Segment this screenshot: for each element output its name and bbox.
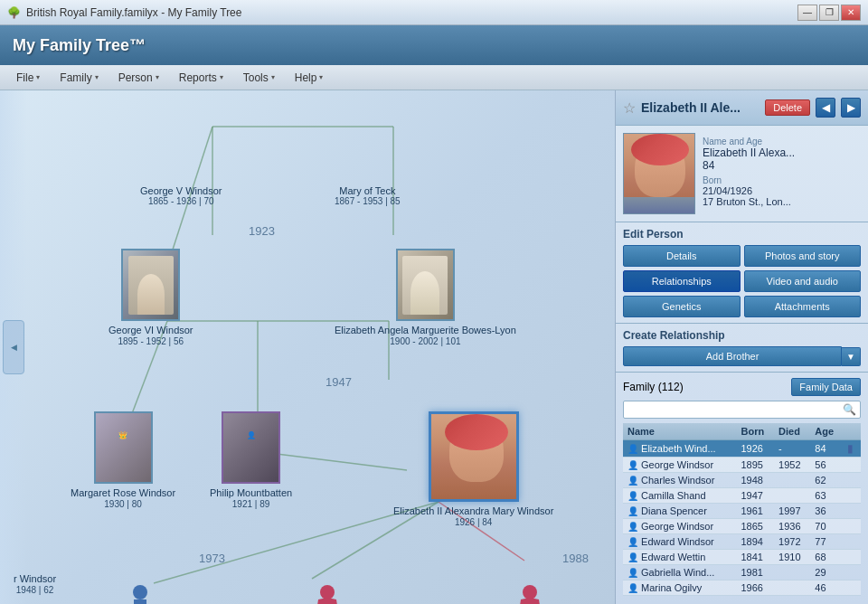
close-button[interactable]: ✕ (841, 5, 861, 21)
person-row-icon: 👤 (627, 552, 638, 562)
details-button[interactable]: Details (623, 245, 741, 267)
row-scroll-cell (843, 550, 861, 565)
edit-buttons-grid: Details Photos and story Relationships V… (623, 245, 861, 317)
row-age-cell: 70 (810, 519, 843, 534)
elizabeth-b-name: Elizabeth Angela Marguerite Bowes-Lyon (335, 324, 516, 336)
row-died-cell (774, 488, 810, 504)
person-row-icon: 👤 (627, 460, 638, 470)
photos-story-button[interactable]: Photos and story (744, 245, 862, 267)
table-row[interactable]: 👤 Diana Spencer 1961 1997 36 (623, 504, 861, 519)
search-icon: 🔍 (843, 403, 856, 416)
row-scroll-cell: ▮ (843, 440, 861, 458)
table-row[interactable]: 👤 Camilla Shand 1947 63 (623, 488, 861, 504)
col-name: Name (623, 423, 736, 440)
row-born-cell: 1981 (736, 565, 774, 580)
table-row[interactable]: 👤 Elizabeth Wind... 1926 - 84 ▮ (623, 440, 861, 458)
nav-next-button[interactable]: ▶ (841, 98, 861, 118)
panel-person-photo (623, 133, 695, 214)
delete-button[interactable]: Delete (765, 99, 810, 116)
name-age-label: Name and Age (703, 137, 861, 146)
genetics-button[interactable]: Genetics (623, 296, 741, 317)
row-scroll-cell (843, 534, 861, 550)
video-audio-button[interactable]: Video and audio (744, 270, 862, 292)
title-bar-left: 🌳 British Royal Family.familyx - My Fami… (7, 6, 241, 19)
family-table-container[interactable]: Name Born Died Age 👤 Elizabeth Wind... 1… (623, 423, 861, 599)
scroll-circle: ◀ (3, 320, 24, 374)
person-george-v[interactable]: George V Windsor 1865 - 1936 | 70 (140, 185, 222, 206)
row-name-cell: 👤 Marina Ogilvy (623, 580, 736, 596)
table-row[interactable]: 👤 George Windsor 1895 1952 56 (623, 458, 861, 473)
create-relationship-section: Create Relationship Add Brother ▼ (616, 324, 868, 373)
add-brother-button[interactable]: Add Brother (623, 346, 842, 366)
nav-prev-button[interactable]: ◀ (816, 98, 835, 118)
left-scroll-area[interactable]: ◀ (0, 90, 27, 604)
maximize-button[interactable]: ❐ (819, 5, 839, 21)
family-search-input[interactable] (623, 401, 861, 419)
attachments-button[interactable]: Attachments (744, 296, 862, 317)
favorite-star[interactable]: ☆ (623, 99, 636, 117)
menu-family[interactable]: Family ▾ (51, 69, 107, 87)
person-mark-phillips[interactable]: Mark Anthony Peter Phillips 1948 | 62 (80, 583, 202, 604)
table-row[interactable]: 👤 George Windsor 1865 1936 70 (623, 519, 861, 534)
family-tree-canvas[interactable]: ◀ 1923 1947 1973 1988 2011 George V Wind… (0, 90, 615, 604)
family-data-button[interactable]: Family Data (791, 378, 861, 396)
table-row[interactable]: 👤 Edward Wettin 1841 1910 68 (623, 550, 861, 565)
row-age-cell: 62 (810, 473, 843, 488)
menu-tools-arrow: ▾ (271, 73, 275, 81)
row-died-cell: 1972 (774, 534, 810, 550)
person-margaret[interactable]: 👑 Margaret Rose Windsor 1930 | 80 (71, 411, 175, 509)
born-place: 17 Bruton St., Lon... (703, 196, 861, 207)
svg-point-19 (523, 585, 537, 599)
menu-reports-arrow: ▾ (220, 73, 223, 81)
row-scroll-cell (843, 473, 861, 488)
row-born-cell: 1841 (736, 550, 774, 565)
row-age-cell: 77 (810, 534, 843, 550)
elizabeth-ii-dates: 1926 | 84 (455, 517, 493, 527)
menu-help[interactable]: Help ▾ (286, 69, 333, 87)
side-panel: ☆ Elizabeth II Ale... Delete ◀ ▶ Name an… (615, 90, 868, 604)
relationships-button[interactable]: Relationships (623, 270, 741, 292)
menu-file[interactable]: File ▾ (7, 69, 49, 87)
person-partial-left[interactable]: r Windsor 1948 | 62 (14, 570, 56, 595)
row-born-cell: 1947 (736, 488, 774, 504)
sarah-icon (516, 583, 543, 604)
row-scroll-cell (843, 488, 861, 504)
person-row-icon: 👤 (627, 491, 638, 501)
person-anne[interactable]: Anne Elizabeth Alice Windsor 1950 | 60 (262, 583, 392, 604)
menu-help-arrow: ▾ (319, 73, 323, 81)
table-row[interactable]: 👤 Charles Windsor 1948 62 (623, 473, 861, 488)
row-age-cell: 63 (810, 488, 843, 504)
person-mary-teck[interactable]: Mary of Teck 1867 - 1953 | 85 (335, 185, 401, 206)
margaret-dates: 1930 | 80 (104, 499, 142, 509)
row-died-cell: 1936 (774, 519, 810, 534)
row-born-cell: 1894 (736, 534, 774, 550)
edit-person-title: Edit Person (623, 228, 861, 241)
table-row[interactable]: 👤 Marina Ogilvy 1966 46 (623, 580, 861, 596)
menu-person-arrow: ▾ (156, 73, 159, 81)
table-row[interactable]: 👤 Edward Windsor 1894 1972 77 (623, 534, 861, 550)
person-full-name: Elizabeth II Alexa... (703, 146, 861, 159)
anne-icon (314, 583, 341, 604)
person-philip[interactable]: 👤 Philip Mountbatten 1921 | 89 (210, 411, 292, 509)
elizabeth-b-dates: 1900 - 2002 | 101 (390, 336, 460, 346)
person-row-icon: 👤 (627, 506, 638, 516)
person-george-vi[interactable]: George VI Windsor 1895 - 1952 | 56 (108, 249, 193, 346)
menu-reports[interactable]: Reports ▾ (170, 69, 232, 87)
table-row[interactable]: 👤 Gabriella Wind... 1981 29 (623, 565, 861, 580)
menu-person[interactable]: Person ▾ (109, 69, 168, 87)
family-search-container: 🔍 (623, 401, 861, 423)
person-elizabeth-bowes[interactable]: Elizabeth Angela Marguerite Bowes-Lyon 1… (335, 249, 516, 346)
add-rel-dropdown[interactable]: ▼ (842, 347, 861, 366)
col-died: Died (774, 423, 810, 440)
person-elizabeth-ii[interactable]: Elizabeth II Alexandra Mary Windsor 1926… (393, 411, 553, 527)
row-died-cell: - (774, 440, 810, 458)
born-label: Born (703, 175, 861, 185)
menu-tools[interactable]: Tools ▾ (234, 69, 284, 87)
minimize-button[interactable]: — (797, 5, 817, 21)
person-sarah-ferguson[interactable]: Sarah Margaret Ferguson 1959 | 51 (473, 583, 587, 604)
family-table-body: 👤 Elizabeth Wind... 1926 - 84 ▮ 👤 George… (623, 440, 861, 596)
menu-bar: File ▾ Family ▾ Person ▾ Reports ▾ Tools… (0, 65, 868, 90)
panel-selected-name: Elizabeth II Ale... (641, 100, 760, 115)
row-age-cell: 29 (810, 565, 843, 580)
panel-person-details: Name and Age Elizabeth II Alexa... 84 Bo… (703, 133, 861, 214)
